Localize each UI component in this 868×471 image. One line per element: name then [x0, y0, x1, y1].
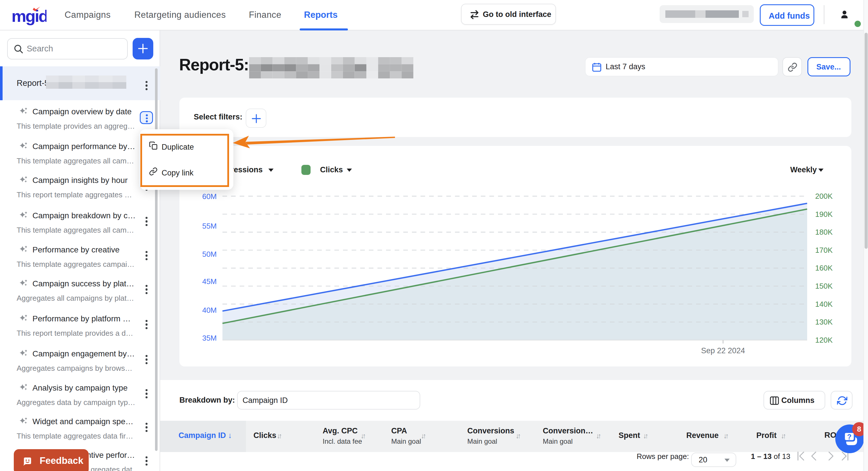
svg-text:50M: 50M — [202, 250, 217, 259]
svg-text:40M: 40M — [202, 306, 217, 315]
svg-text:160K: 160K — [815, 264, 833, 272]
svg-text:?: ? — [847, 433, 851, 441]
svg-text:60M: 60M — [202, 192, 217, 201]
svg-text:170K: 170K — [815, 246, 833, 255]
svg-text:55M: 55M — [202, 222, 217, 230]
svg-text:45M: 45M — [202, 277, 217, 286]
svg-text:35M: 35M — [202, 334, 217, 342]
svg-text:180K: 180K — [815, 228, 833, 236]
svg-text:150K: 150K — [815, 282, 833, 290]
svg-text:mgid: mgid — [12, 7, 46, 25]
svg-text:130K: 130K — [815, 318, 833, 326]
svg-text:200K: 200K — [815, 192, 833, 201]
svg-text:140K: 140K — [815, 300, 833, 308]
svg-text:120K: 120K — [815, 336, 833, 344]
svg-text:Sep 22 2024: Sep 22 2024 — [701, 346, 745, 355]
svg-text:190K: 190K — [815, 210, 833, 218]
